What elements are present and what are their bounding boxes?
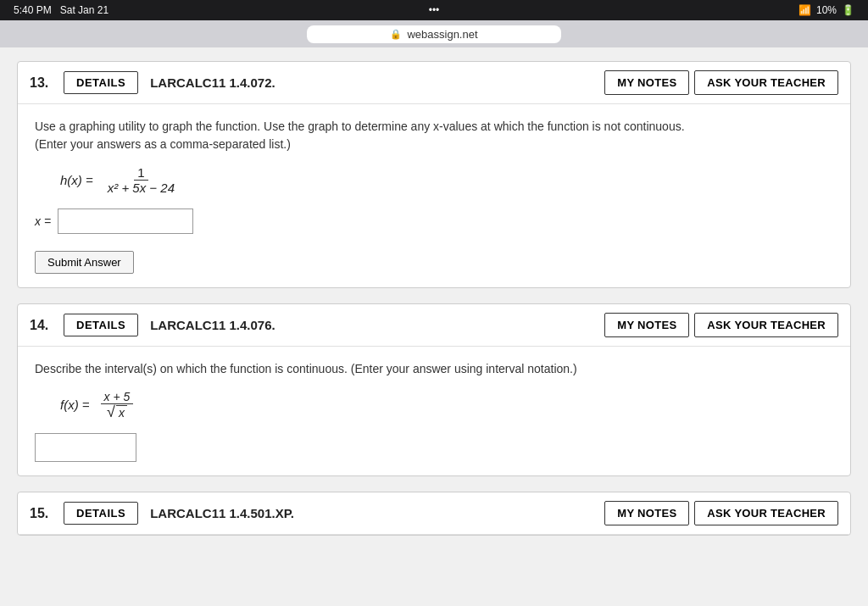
question-title-13: LARCALC11 1.4.072. <box>150 75 596 90</box>
answer-input-13[interactable] <box>58 208 193 234</box>
question-number-14: 14. <box>30 318 55 333</box>
answer-label-13: x = <box>35 214 51 228</box>
status-left: 5:40 PM Sat Jan 21 <box>14 4 108 16</box>
question-title-15: LARCALC11 1.4.501.XP. <box>150 506 596 520</box>
status-bar: 5:40 PM Sat Jan 21 ••• 📶 10% 🔋 <box>0 0 868 20</box>
question-number-13: 13. <box>30 75 55 91</box>
submit-button-13[interactable]: Submit Answer <box>35 251 134 274</box>
math-row-14: f(x) = x + 5 √x <box>60 390 833 420</box>
status-center: ••• <box>429 4 440 16</box>
my-notes-button-13[interactable]: MY NOTES <box>604 70 689 95</box>
math-display-14: f(x) = x + 5 √x <box>60 390 833 420</box>
sqrt-radicand: x <box>116 405 127 420</box>
wifi-icon: 📶 <box>798 4 811 16</box>
denominator-13: x² + 5x − 24 <box>104 181 178 195</box>
math-row-13: h(x) = 1 x² + 5x − 24 <box>60 165 833 195</box>
question-header-13: 13. DETAILS LARCALC11 1.4.072. MY NOTES … <box>18 62 850 104</box>
url-text: webassign.net <box>407 28 477 41</box>
numerator-14: x + 5 <box>101 390 134 404</box>
question-text-13: Use a graphing utility to graph the func… <box>35 118 833 153</box>
ask-teacher-button-15[interactable]: ASK YOUR TEACHER <box>694 501 838 525</box>
question-card-14: 14. DETAILS LARCALC11 1.4.076. MY NOTES … <box>17 303 851 476</box>
date: Sat Jan 21 <box>60 4 108 16</box>
fraction-13: 1 x² + 5x − 24 <box>104 165 178 195</box>
header-right-14: MY NOTES ASK YOUR TEACHER <box>604 313 838 337</box>
math-display-13: h(x) = 1 x² + 5x − 24 <box>60 165 833 195</box>
question-body-13: Use a graphing utility to graph the func… <box>18 104 850 287</box>
denominator-14: √x <box>103 404 131 420</box>
status-dots: ••• <box>429 4 440 16</box>
header-right-15: MY NOTES ASK YOUR TEACHER <box>604 501 838 525</box>
header-right-13: MY NOTES ASK YOUR TEACHER <box>604 70 838 95</box>
time: 5:40 PM <box>14 4 52 16</box>
sqrt-symbol: √ <box>107 404 115 420</box>
numerator-13: 1 <box>134 165 147 181</box>
question-text-14: Describe the interval(s) on which the fu… <box>35 360 833 378</box>
lock-icon: 🔒 <box>390 29 402 40</box>
question-card-13: 13. DETAILS LARCALC11 1.4.072. MY NOTES … <box>17 61 851 288</box>
my-notes-button-15[interactable]: MY NOTES <box>604 501 689 525</box>
fraction-14: x + 5 √x <box>101 390 134 420</box>
question-header-15: 15. DETAILS LARCALC11 1.4.501.XP. MY NOT… <box>18 492 850 535</box>
battery-icon: 🔋 <box>842 4 854 16</box>
question-title-14: LARCALC11 1.4.076. <box>150 318 596 332</box>
question-card-15: 15. DETAILS LARCALC11 1.4.501.XP. MY NOT… <box>17 492 851 536</box>
question-header-14: 14. DETAILS LARCALC11 1.4.076. MY NOTES … <box>18 304 850 347</box>
function-label-13: h(x) = <box>60 173 93 187</box>
answer-input-14[interactable] <box>35 433 136 462</box>
url-bar[interactable]: 🔒 webassign.net <box>307 25 561 43</box>
question-body-14: Describe the interval(s) on which the fu… <box>18 347 850 475</box>
browser-bar: 🔒 webassign.net <box>0 20 868 47</box>
details-button-14[interactable]: DETAILS <box>64 314 138 336</box>
details-button-13[interactable]: DETAILS <box>64 71 138 94</box>
main-content: 13. DETAILS LARCALC11 1.4.072. MY NOTES … <box>0 47 868 606</box>
function-label-14: f(x) = <box>60 398 90 412</box>
answer-area-14 <box>35 433 833 462</box>
my-notes-button-14[interactable]: MY NOTES <box>604 313 689 337</box>
answer-row-13: x = <box>35 208 833 234</box>
status-right: 📶 10% 🔋 <box>798 4 854 16</box>
ask-teacher-button-14[interactable]: ASK YOUR TEACHER <box>694 313 838 337</box>
battery-percent: 10% <box>816 4 837 16</box>
ask-teacher-button-13[interactable]: ASK YOUR TEACHER <box>694 70 838 95</box>
question-number-15: 15. <box>30 506 55 521</box>
details-button-15[interactable]: DETAILS <box>64 502 138 525</box>
